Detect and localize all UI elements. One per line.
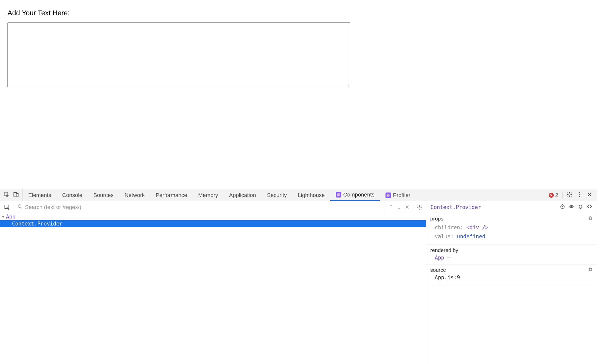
selected-component-name: Context.Provider	[430, 204, 481, 210]
settings-icon[interactable]	[566, 192, 572, 199]
component-tree: ▾App Context.Provider	[0, 213, 426, 364]
inspect-element-icon[interactable]	[4, 192, 10, 199]
error-icon: ✕	[549, 193, 554, 198]
svg-point-17	[419, 206, 420, 208]
svg-point-14	[579, 196, 580, 197]
svg-point-16	[18, 204, 21, 208]
props-label: props	[430, 216, 444, 222]
tree-row-context-provider[interactable]: Context.Provider	[0, 220, 426, 227]
devtools-left-controls	[0, 189, 23, 201]
copy-icon[interactable]	[588, 267, 593, 273]
devtools-right-controls: ✕ 2	[544, 192, 597, 199]
clear-search-icon[interactable]: ✕	[405, 204, 409, 210]
svg-point-7	[388, 195, 388, 196]
svg-point-13	[579, 194, 580, 195]
tab-security[interactable]: Security	[262, 189, 292, 201]
svg-point-20	[579, 205, 582, 209]
component-search	[14, 204, 385, 210]
search-input[interactable]	[25, 204, 382, 210]
tab-sources[interactable]: Sources	[88, 189, 119, 201]
app-page: Add Your Text Here:	[0, 0, 597, 97]
react-icon	[386, 192, 391, 198]
owner-badge	[447, 258, 451, 258]
rendered-by-label: rendered by	[430, 247, 458, 253]
chevron-up-icon[interactable]: ⌃	[389, 204, 393, 210]
devtools-panel: Elements Console Sources Network Perform…	[0, 189, 597, 364]
svg-point-12	[579, 192, 580, 193]
props-section: props children: <div /> value: undefined	[426, 213, 597, 245]
component-details: props children: <div /> value: undefined…	[426, 213, 597, 364]
react-icon	[336, 192, 341, 198]
error-count-badge[interactable]: ✕ 2	[549, 192, 558, 198]
svg-point-19	[570, 206, 572, 207]
view-source-icon[interactable]	[587, 204, 592, 210]
pick-element-icon[interactable]	[0, 201, 14, 213]
devtools-tabbar: Elements Console Sources Network Perform…	[0, 189, 597, 201]
rendered-by-section: rendered by App	[426, 245, 597, 264]
selected-component-header: Context.Provider	[426, 201, 597, 213]
tab-profiler[interactable]: Profiler	[380, 189, 416, 201]
prop-value[interactable]: value: undefined	[430, 232, 593, 241]
inspect-dom-icon[interactable]	[569, 204, 574, 210]
react-devtools-body: ▾App Context.Provider props children: <d…	[0, 213, 597, 364]
tab-lighthouse[interactable]: Lighthouse	[292, 189, 330, 201]
rendered-by-app[interactable]: App	[430, 255, 593, 261]
tab-network[interactable]: Network	[119, 189, 150, 201]
caret-down-icon[interactable]: ▾	[2, 214, 6, 220]
react-devtools-toolbar: ⌃ ⌄ ✕ Context.Provider	[0, 201, 597, 213]
device-toolbar-icon[interactable]	[13, 192, 19, 199]
textarea-label: Add Your Text Here:	[8, 9, 590, 17]
svg-point-11	[569, 194, 570, 195]
component-header-actions	[560, 204, 592, 210]
tab-performance[interactable]: Performance	[150, 189, 193, 201]
text-input[interactable]	[8, 22, 350, 87]
svg-rect-2	[16, 194, 18, 197]
react-toolbar-left: ⌃ ⌄ ✕	[0, 201, 426, 213]
suspend-icon[interactable]	[560, 204, 565, 210]
tab-application[interactable]: Application	[224, 189, 262, 201]
tab-memory[interactable]: Memory	[193, 189, 224, 201]
chevron-down-icon[interactable]: ⌄	[397, 204, 401, 210]
source-label: source	[430, 267, 446, 273]
divider	[562, 192, 562, 198]
source-section: source App.js:9	[426, 264, 597, 284]
prop-children[interactable]: children: <div />	[430, 223, 593, 232]
tab-console[interactable]: Console	[57, 189, 88, 201]
source-location[interactable]: App.js:9	[430, 274, 593, 280]
search-icon	[18, 204, 22, 210]
react-settings-icon[interactable]	[413, 201, 426, 213]
svg-point-3	[338, 194, 339, 195]
tab-elements[interactable]: Elements	[23, 189, 57, 201]
close-icon[interactable]	[586, 192, 592, 199]
bug-icon[interactable]	[578, 204, 583, 210]
devtools-tabs: Elements Console Sources Network Perform…	[23, 189, 416, 201]
copy-icon[interactable]	[588, 216, 593, 222]
search-nav: ⌃ ⌄ ✕	[385, 201, 413, 213]
more-icon[interactable]	[576, 192, 582, 199]
tab-components[interactable]: Components	[330, 189, 380, 201]
tree-row-app[interactable]: ▾App	[0, 213, 426, 220]
